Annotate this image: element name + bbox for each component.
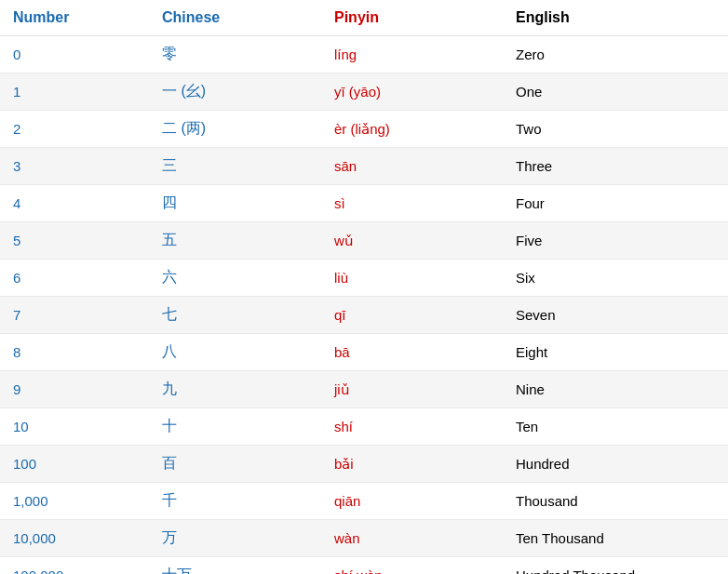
cell-chinese: 二 (两) — [149, 111, 321, 148]
cell-pinyin: jiǔ — [321, 371, 503, 408]
cell-chinese: 九 — [149, 371, 321, 408]
table-row: 8八bāEight — [0, 334, 728, 371]
cell-number: 100 — [0, 446, 149, 483]
cell-number: 1,000 — [0, 483, 149, 520]
cell-pinyin: wàn — [321, 520, 503, 557]
cell-pinyin: sì — [321, 185, 503, 222]
cell-pinyin: sān — [321, 148, 503, 185]
cell-number: 100,000 — [0, 557, 149, 575]
cell-pinyin: qī — [321, 297, 503, 334]
cell-english: Six — [503, 260, 728, 297]
table-row: 1,000千qiānThousand — [0, 483, 728, 520]
cell-english: Hundred Thousand — [503, 557, 728, 575]
table-row: 100百bǎiHundred — [0, 446, 728, 483]
cell-chinese: 五 — [149, 222, 321, 260]
cell-pinyin: líng — [321, 36, 503, 73]
cell-english: Hundred — [503, 446, 728, 483]
cell-pinyin: shí wàn — [321, 557, 503, 575]
cell-chinese: 千 — [149, 483, 321, 520]
cell-number: 8 — [0, 334, 149, 371]
cell-number: 0 — [0, 36, 149, 73]
cell-number: 7 — [0, 297, 149, 334]
cell-chinese: 十 — [149, 408, 321, 446]
table-row: 9九jiǔNine — [0, 371, 728, 408]
table-row: 0零língZero — [0, 36, 728, 73]
cell-chinese: 零 — [149, 36, 321, 73]
cell-number: 10,000 — [0, 520, 149, 557]
cell-english: Two — [503, 111, 728, 148]
cell-english: Zero — [503, 36, 728, 73]
header-chinese: Chinese — [149, 0, 321, 36]
table-row: 6六liùSix — [0, 260, 728, 297]
cell-chinese: 七 — [149, 297, 321, 334]
table-row: 100,000十万shí wànHundred Thousand — [0, 557, 728, 575]
table-row: 5五wǔFive — [0, 222, 728, 260]
cell-english: Eight — [503, 334, 728, 371]
table-row: 10十shíTen — [0, 408, 728, 446]
header-pinyin: Pinyin — [321, 0, 503, 36]
cell-number: 1 — [0, 73, 149, 111]
cell-number: 9 — [0, 371, 149, 408]
cell-pinyin: bā — [321, 334, 503, 371]
cell-chinese: 一 (幺) — [149, 73, 321, 111]
cell-english: One — [503, 73, 728, 111]
cell-pinyin: wǔ — [321, 222, 503, 260]
cell-pinyin: èr (liǎng) — [321, 111, 503, 148]
cell-chinese: 十万 — [149, 557, 321, 575]
cell-english: Three — [503, 148, 728, 185]
cell-english: Seven — [503, 297, 728, 334]
table-row: 3三sānThree — [0, 148, 728, 185]
table-row: 7七qīSeven — [0, 297, 728, 334]
cell-number: 4 — [0, 185, 149, 222]
header-english: English — [503, 0, 728, 36]
cell-pinyin: shí — [321, 408, 503, 446]
cell-english: Five — [503, 222, 728, 260]
table-row: 4四sìFour — [0, 185, 728, 222]
cell-number: 6 — [0, 260, 149, 297]
cell-pinyin: liù — [321, 260, 503, 297]
cell-chinese: 八 — [149, 334, 321, 371]
table-row: 10,000万wànTen Thousand — [0, 520, 728, 557]
cell-english: Four — [503, 185, 728, 222]
cell-pinyin: qiān — [321, 483, 503, 520]
cell-chinese: 百 — [149, 446, 321, 483]
cell-pinyin: yī (yāo) — [321, 73, 503, 111]
cell-english: Ten — [503, 408, 728, 446]
cell-chinese: 三 — [149, 148, 321, 185]
numbers-table: Number Chinese Pinyin English 0零língZero… — [0, 0, 728, 574]
cell-english: Ten Thousand — [503, 520, 728, 557]
cell-english: Nine — [503, 371, 728, 408]
table-row: 1一 (幺)yī (yāo)One — [0, 73, 728, 111]
cell-number: 10 — [0, 408, 149, 446]
cell-number: 5 — [0, 222, 149, 260]
cell-chinese: 万 — [149, 520, 321, 557]
header-number: Number — [0, 0, 149, 36]
cell-chinese: 六 — [149, 260, 321, 297]
cell-english: Thousand — [503, 483, 728, 520]
cell-number: 3 — [0, 148, 149, 185]
table-row: 2二 (两)èr (liǎng)Two — [0, 111, 728, 148]
table-header-row: Number Chinese Pinyin English — [0, 0, 728, 36]
cell-chinese: 四 — [149, 185, 321, 222]
cell-number: 2 — [0, 111, 149, 148]
cell-pinyin: bǎi — [321, 446, 503, 483]
